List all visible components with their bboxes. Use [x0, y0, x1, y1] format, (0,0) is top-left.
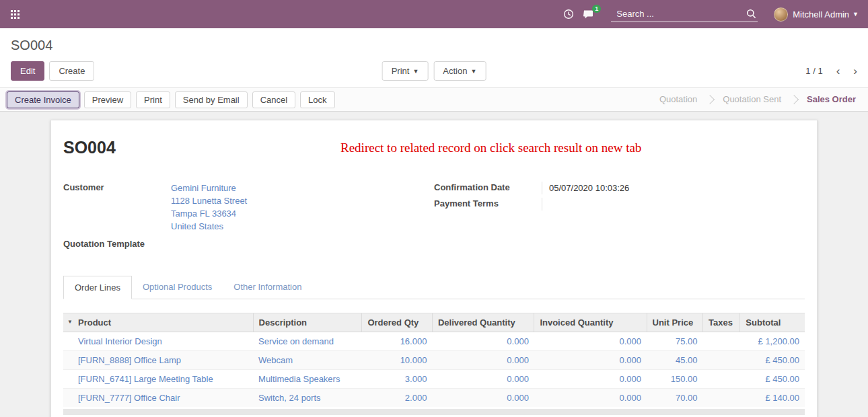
cell-ordered-qty[interactable]: 3.000	[362, 370, 432, 389]
action-dropdown-label: Action	[443, 66, 467, 76]
column-header-subtotal[interactable]: Subtotal	[740, 313, 805, 332]
cell-invoiced-qty[interactable]: 0.000	[534, 351, 647, 370]
cell-unit-price[interactable]: 150.00	[647, 370, 703, 389]
stage-separator-icon	[789, 88, 799, 111]
tab-other-information[interactable]: Other Information	[223, 276, 312, 299]
cell-ordered-qty[interactable]: 10.000	[362, 351, 432, 370]
customer-address-line: Tampa FL 33634	[171, 207, 434, 220]
payment-terms-value	[542, 198, 805, 211]
apps-menu-icon[interactable]	[8, 7, 22, 22]
cell-taxes[interactable]	[703, 370, 740, 389]
sales-order-sheet: SO004 Redirect to related record on clic…	[50, 120, 818, 417]
column-header-label: Product	[78, 317, 111, 328]
pager-next-icon[interactable]: ›	[853, 65, 857, 77]
sort-caret-icon[interactable]: ▼	[67, 319, 73, 325]
stage-sales-order[interactable]: Sales Order	[799, 88, 868, 111]
edit-button[interactable]: Edit	[11, 61, 44, 81]
cell-description[interactable]: Webcam	[253, 351, 362, 370]
column-header-description[interactable]: Description	[253, 313, 362, 332]
cell-taxes[interactable]	[703, 332, 740, 351]
table-row[interactable]: [FURN_7777] Office Chair Switch, 24 port…	[63, 389, 805, 408]
column-header-unit-price[interactable]: Unit Price	[647, 313, 703, 332]
cell-invoiced-qty[interactable]: 0.000	[534, 370, 647, 389]
user-menu[interactable]: Mitchell Admin ▼	[774, 7, 861, 22]
search-input[interactable]	[615, 8, 746, 20]
cell-product[interactable]: [FURN_7777] Office Chair	[63, 389, 253, 408]
cell-taxes[interactable]	[703, 389, 740, 408]
column-header-delivered-qty[interactable]: Delivered Quantity	[432, 313, 534, 332]
table-row[interactable]: Virtual Interior Design Service on deman…	[63, 332, 805, 351]
cell-product[interactable]: [FURN_8888] Office Lamp	[63, 351, 253, 370]
stage-quotation[interactable]: Quotation	[652, 88, 704, 111]
customer-link[interactable]: Gemini Furniture	[171, 183, 236, 193]
statusbar: Create Invoice Preview Print Send by Ema…	[0, 87, 868, 112]
table-horizontal-scrollbar[interactable]	[63, 409, 805, 415]
cell-subtotal[interactable]: £ 450.00	[740, 370, 805, 389]
cell-unit-price[interactable]: 70.00	[647, 389, 703, 408]
chevron-down-icon: ▼	[853, 11, 859, 17]
cell-unit-price[interactable]: 75.00	[647, 332, 703, 351]
cell-description[interactable]: Switch, 24 ports	[253, 389, 362, 408]
cell-invoiced-qty[interactable]: 0.000	[534, 332, 647, 351]
lock-button[interactable]: Lock	[300, 91, 334, 108]
tab-order-lines[interactable]: Order Lines	[63, 276, 132, 299]
avatar	[774, 7, 788, 22]
chevron-down-icon: ▼	[470, 68, 476, 75]
cell-product[interactable]: [FURN_6741] Large Meeting Table	[63, 370, 253, 389]
content-area: SO004 Redirect to related record on clic…	[0, 112, 868, 417]
cell-subtotal[interactable]: £ 140.00	[740, 389, 805, 408]
cell-invoiced-qty[interactable]: 0.000	[534, 389, 647, 408]
print-dropdown[interactable]: Print ▼	[382, 61, 429, 81]
cell-subtotal[interactable]: £ 450.00	[740, 351, 805, 370]
stage-quotation-sent[interactable]: Quotation Sent	[715, 88, 789, 111]
cell-subtotal[interactable]: £ 1,200.00	[740, 332, 805, 351]
notebook-tabs: Order Lines Optional Products Other Info…	[63, 276, 805, 299]
table-row[interactable]: [FURN_6741] Large Meeting Table Multimed…	[63, 370, 805, 389]
table-header-row: ▼ Product Description Ordered Qty Delive…	[63, 313, 805, 332]
column-header-ordered-qty[interactable]: Ordered Qty	[362, 313, 432, 332]
status-pipeline: Quotation Quotation Sent Sales Order	[652, 88, 868, 111]
stage-separator-icon	[704, 88, 715, 111]
column-header-taxes[interactable]: Taxes	[703, 313, 740, 332]
cell-ordered-qty[interactable]: 16.000	[362, 332, 432, 351]
confirmation-date-label: Confirmation Date	[434, 182, 542, 194]
quotation-template-label: Quotation Template	[63, 238, 171, 251]
messages-icon[interactable]: 1	[583, 9, 595, 20]
confirmation-date-value: 05/07/2020 10:03:26	[542, 182, 805, 194]
cell-delivered-qty[interactable]: 0.000	[432, 389, 534, 408]
search-icon[interactable]	[746, 9, 756, 19]
customer-label: Customer	[63, 182, 171, 233]
pager-counter: 1 / 1	[805, 66, 822, 76]
cell-unit-price[interactable]: 45.00	[647, 351, 703, 370]
create-button[interactable]: Create	[49, 61, 94, 81]
pager: 1 / 1 ‹ ›	[805, 65, 857, 77]
cell-description[interactable]: Service on demand	[253, 332, 362, 351]
create-invoice-button[interactable]: Create Invoice	[7, 91, 79, 108]
action-dropdown[interactable]: Action ▼	[433, 61, 486, 81]
table-row[interactable]: [FURN_8888] Office Lamp Webcam 10.000 0.…	[63, 351, 805, 370]
column-header-invoiced-qty[interactable]: Invoiced Quantity	[534, 313, 647, 332]
print-dropdown-label: Print	[392, 66, 410, 76]
send-by-email-button[interactable]: Send by Email	[175, 91, 248, 108]
breadcrumb: SO004	[11, 38, 857, 53]
cell-delivered-qty[interactable]: 0.000	[432, 332, 534, 351]
cell-product[interactable]: Virtual Interior Design	[63, 332, 253, 351]
print-button[interactable]: Print	[136, 91, 170, 108]
cancel-button[interactable]: Cancel	[252, 91, 295, 108]
chevron-down-icon: ▼	[412, 68, 419, 75]
activities-clock-icon[interactable]	[563, 9, 574, 20]
cell-taxes[interactable]	[703, 351, 740, 370]
order-lines-table: ▼ Product Description Ordered Qty Delive…	[63, 313, 805, 407]
cell-description[interactable]: Multimedia Speakers	[253, 370, 362, 389]
cell-delivered-qty[interactable]: 0.000	[432, 370, 534, 389]
payment-terms-label: Payment Terms	[434, 198, 542, 211]
user-name: Mitchell Admin	[793, 9, 849, 20]
cell-ordered-qty[interactable]: 2.000	[362, 389, 432, 408]
cell-delivered-qty[interactable]: 0.000	[432, 351, 534, 370]
pager-previous-icon[interactable]: ‹	[836, 65, 840, 77]
preview-button[interactable]: Preview	[84, 91, 131, 108]
column-header-product[interactable]: ▼ Product	[63, 313, 253, 332]
quotation-template-value	[171, 238, 434, 251]
tab-optional-products[interactable]: Optional Products	[132, 276, 223, 299]
navbar-search	[611, 7, 758, 22]
